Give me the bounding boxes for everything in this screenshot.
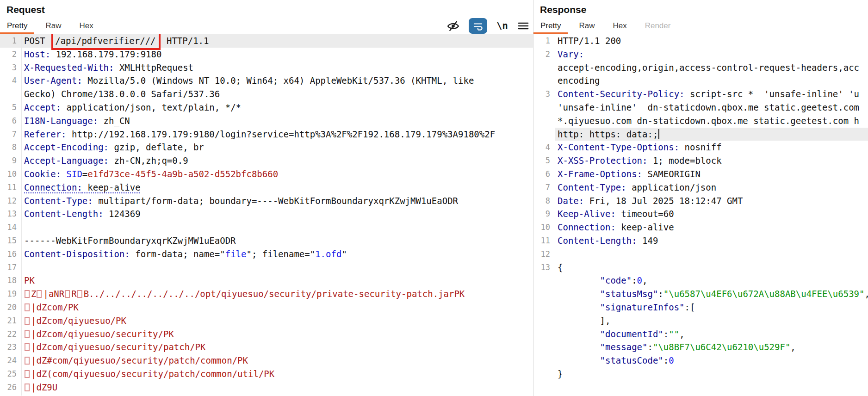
line-number: 3	[0, 61, 21, 74]
code-line: 7Content-Type: application/json	[533, 181, 868, 194]
code-line: 9Keep-Alive: timeout=60	[533, 207, 868, 221]
line-number: 1	[0, 34, 21, 48]
line-text: Vary:	[555, 48, 868, 61]
request-rows: 1POST /api/pdfverifier/// HTTP/1.12Host:…	[0, 34, 533, 394]
unprintable-char-box-icon	[25, 384, 30, 391]
line-number	[533, 274, 555, 287]
line-number: 10	[0, 167, 21, 181]
line-text: |dZ9U	[21, 381, 533, 394]
code-line: 8Date: Fri, 18 Jul 2025 18:12:47 GMT	[533, 194, 868, 208]
line-text: Content-Length: 149	[555, 234, 868, 248]
code-line: 7Referer: http://192.168.179.179:9180/lo…	[0, 128, 533, 141]
eye-slash-icon[interactable]	[447, 20, 459, 32]
response-viewer[interactable]: 1HTTP/1.1 2002Vary:accept-encoding,origi…	[533, 34, 868, 396]
line-number	[533, 128, 555, 141]
line-number: 12	[533, 248, 555, 261]
response-title: Response	[533, 0, 868, 18]
line-number: 19	[0, 287, 21, 301]
line-text: X-Frame-Options: SAMEORIGIN	[555, 167, 868, 181]
request-tabs: PrettyRawHex	[0, 18, 105, 34]
line-number	[0, 87, 21, 101]
code-line: Gecko) Chrome/138.0.0.0 Safari/537.36	[0, 87, 533, 101]
request-editor[interactable]: 1POST /api/pdfverifier/// HTTP/1.12Host:…	[0, 34, 533, 396]
code-line: 17	[0, 261, 533, 274]
code-line: 1HTTP/1.1 200	[533, 34, 868, 48]
code-line: 21|dZcom/qiyuesuo/PK	[0, 314, 533, 328]
line-number: 14	[0, 221, 21, 234]
line-number: 10	[533, 221, 555, 234]
code-line: 2Host: 192.168.179.179:9180	[0, 48, 533, 61]
line-number: 2	[0, 48, 21, 61]
request-tab-raw[interactable]: Raw	[38, 18, 68, 34]
line-number: 18	[0, 274, 21, 287]
http-message-viewer: Request PrettyRawHex	[0, 0, 868, 396]
line-text: Accept: application/json, text/plain, */…	[21, 101, 533, 114]
newline-glyphs-icon[interactable]: \n	[496, 20, 508, 31]
line-text: Content-Type: application/json	[555, 181, 868, 194]
line-number	[533, 354, 555, 367]
line-text: http: https: data:;	[555, 128, 868, 141]
line-number	[533, 74, 555, 87]
code-line: 20|dZcom/PK	[0, 301, 533, 314]
gutter-divider	[21, 34, 22, 396]
response-tab-pretty[interactable]: Pretty	[533, 18, 568, 34]
code-line: 10Connection: keep-alive	[533, 221, 868, 234]
line-number: 20	[0, 301, 21, 314]
request-title: Request	[0, 0, 533, 18]
line-text: encoding	[555, 74, 868, 87]
line-text: "statusMsg":"\u6587\u4EF6\u672A\u88AB\u4…	[555, 287, 868, 301]
response-panel: Response PrettyRawHexRender 1HTTP/1.1 20…	[533, 0, 868, 396]
line-number: 7	[533, 181, 555, 194]
line-number	[533, 367, 555, 381]
line-text: 'unsafe-inline' dn-staticdown.qbox.me st…	[555, 101, 868, 114]
line-number: 11	[0, 181, 21, 194]
code-line: 1POST /api/pdfverifier/// HTTP/1.1	[0, 34, 533, 48]
code-line: "signatureInfos":[	[533, 301, 868, 314]
code-line: 25|dZ(com/qiyuesuo/security/patch/common…	[0, 367, 533, 381]
line-text	[555, 248, 868, 261]
request-tabbar: PrettyRawHex	[0, 18, 533, 34]
unprintable-char-box-icon	[25, 317, 30, 325]
line-text: "signatureInfos":[	[555, 301, 868, 314]
line-number: 5	[533, 154, 555, 167]
code-line: 4User-Agent: Mozilla/5.0 (Windows NT 10.…	[0, 74, 533, 87]
line-number: 23	[0, 340, 21, 354]
line-text: Z|aNRRB../../../../../../../opt/qiyuesuo…	[21, 287, 533, 301]
line-number	[533, 61, 555, 74]
code-line: 3Content-Security-Policy: script-src * '…	[533, 87, 868, 101]
line-text: X-XSS-Protection: 1; mode=block	[555, 154, 868, 167]
line-number: 22	[0, 328, 21, 341]
code-line: 23|dZcom/qiyuesuo/security/patch/PK	[0, 340, 533, 354]
code-line: 11Content-Length: 149	[533, 234, 868, 248]
code-line: 14	[0, 221, 533, 234]
line-text: Date: Fri, 18 Jul 2025 18:12:47 GMT	[555, 194, 868, 208]
line-text: HTTP/1.1 200	[555, 34, 868, 48]
word-wrap-icon[interactable]	[469, 18, 487, 34]
line-number: 6	[0, 114, 21, 128]
response-tab-hex[interactable]: Hex	[606, 18, 633, 34]
line-number: 6	[533, 167, 555, 181]
code-line: 22|dZcom/qiyuesuo/security/PK	[0, 328, 533, 341]
line-text: |dZ#com/qiyuesuo/security/patch/common/P…	[21, 354, 533, 367]
line-number: 15	[0, 234, 21, 248]
code-line: 'unsafe-inline' dn-staticdown.qbox.me st…	[533, 101, 868, 114]
code-line: "code":0,	[533, 274, 868, 287]
request-panel: Request PrettyRawHex	[0, 0, 533, 396]
request-tab-hex[interactable]: Hex	[72, 18, 100, 34]
unprintable-char-box-icon	[25, 330, 30, 338]
code-line: 5Accept: application/json, text/plain, *…	[0, 101, 533, 114]
request-tab-pretty[interactable]: Pretty	[0, 18, 34, 34]
line-text: }	[555, 367, 868, 381]
line-text: X-Content-Type-Options: nosniff	[555, 141, 868, 154]
line-text: accept-encoding,origin,access-control-re…	[555, 61, 868, 74]
unprintable-char-box-icon	[25, 343, 30, 351]
code-line: ],	[533, 314, 868, 328]
line-text: POST /api/pdfverifier/// HTTP/1.1	[21, 34, 533, 48]
code-line: 24|dZ#com/qiyuesuo/security/patch/common…	[0, 354, 533, 367]
line-text: ],	[555, 314, 868, 328]
hamburger-menu-icon[interactable]	[517, 20, 529, 32]
unprintable-char-box-icon	[77, 290, 82, 298]
response-tab-raw[interactable]: Raw	[572, 18, 601, 34]
response-tab-render: Render	[638, 18, 678, 34]
code-line: 19Z|aNRRB../../../../../../../opt/qiyues…	[0, 287, 533, 301]
